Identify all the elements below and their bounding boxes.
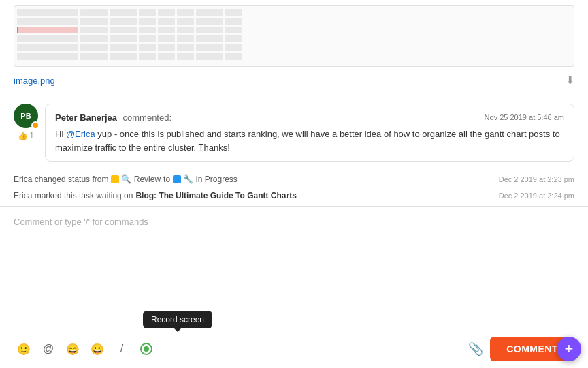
- activity-item-1: Erica changed status from 🔍 Review to 🔧 …: [14, 171, 574, 187]
- reaction-icon[interactable]: 😀: [87, 339, 108, 359]
- image-filename[interactable]: image.png: [14, 76, 55, 86]
- comment-author: Peter Banerjea: [55, 112, 117, 123]
- status-to: 🔧 In Progress: [173, 174, 238, 184]
- activity-time-1: Dec 2 2019 at 2:23 pm: [499, 175, 574, 183]
- activity-log: Erica changed status from 🔍 Review to 🔧 …: [0, 168, 588, 206]
- activity-time-2: Dec 2 2019 at 2:24 pm: [499, 191, 574, 200]
- image-section: image.png ⬇: [0, 0, 588, 95]
- download-icon[interactable]: ⬇: [566, 74, 574, 87]
- toolbar-left: 🙂 @ 😄 😀 /: [14, 339, 157, 359]
- status-icon-yellow: [111, 175, 119, 183]
- slash-icon[interactable]: /: [112, 339, 132, 359]
- comment-section: PB 👍 1 Peter Banerjea commented: Nov 25 …: [0, 95, 588, 168]
- main-container: image.png ⬇ PB 👍 1 Peter Banerjea commen…: [0, 0, 588, 368]
- status-icon-blue: [173, 175, 181, 183]
- like-icon[interactable]: 👍: [18, 131, 28, 140]
- mention-icon[interactable]: @: [38, 339, 59, 359]
- comment-mention[interactable]: @Erica: [66, 129, 95, 139]
- comment-bubble: Peter Banerjea commented: Nov 25 2019 at…: [45, 104, 574, 162]
- like-count: 1: [29, 131, 34, 140]
- status-from: 🔍 Review: [111, 174, 161, 184]
- avatar: PB: [14, 104, 38, 128]
- activity-item-2: Erica marked this task waiting on Blog: …: [14, 187, 574, 204]
- comment-placeholder[interactable]: Comment or type '/' for commands: [14, 214, 574, 234]
- gif-icon[interactable]: 😄: [63, 339, 83, 359]
- spreadsheet-preview: [14, 5, 574, 67]
- comment-input-area[interactable]: Comment or type '/' for commands: [0, 206, 588, 333]
- task-link[interactable]: Blog: The Ultimate Guide To Gantt Charts: [135, 191, 296, 200]
- record-screen-icon[interactable]: [136, 339, 157, 359]
- comment-text: Hi @Erica yup - once this is published a…: [55, 127, 564, 154]
- comment-action: commented:: [123, 112, 172, 123]
- plus-button[interactable]: +: [557, 337, 581, 361]
- svg-point-1: [144, 346, 149, 352]
- avatar-badge: [31, 121, 39, 129]
- attach-icon[interactable]: 📎: [468, 341, 483, 356]
- comment-timestamp: Nov 25 2019 at 5:46 am: [485, 113, 564, 121]
- emoji-icon[interactable]: 🙂: [14, 339, 34, 359]
- comment-toolbar: 🙂 @ 😄 😀 / 📎 COMMENT: [0, 333, 588, 368]
- record-screen-tooltip: Record screen: [143, 311, 212, 328]
